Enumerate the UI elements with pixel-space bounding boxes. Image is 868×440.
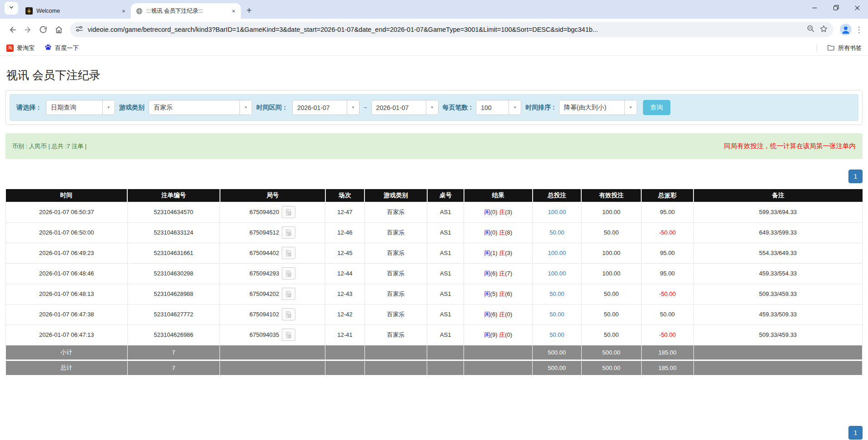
cell-note: 459.33/554.33 <box>693 263 862 284</box>
cell-valid-bet: 50.00 <box>581 284 641 304</box>
cell-note: 459.33/509.33 <box>693 304 862 325</box>
bookmark-baidu[interactable]: 百度一下 <box>45 44 79 52</box>
site-info-icon[interactable] <box>75 25 83 35</box>
per-page-select[interactable]: 100 ▼ <box>476 100 521 115</box>
empty-cell <box>220 345 325 360</box>
video-replay-icon[interactable] <box>282 329 295 341</box>
bet-amount-link[interactable]: 100.00 <box>548 270 566 277</box>
minimize-button[interactable] <box>804 0 825 15</box>
back-button[interactable] <box>5 22 20 37</box>
cell-result: 闲(9) 庄(0) <box>464 325 533 345</box>
total-bet: 500.00 <box>533 360 581 375</box>
tab-title: Welcome <box>36 8 116 14</box>
cell-total-bet: 50.00 <box>533 325 581 345</box>
date-start-select[interactable]: 2026-01-07 ▼ <box>292 100 359 115</box>
baidu-paw-icon <box>45 44 52 52</box>
date-end-select[interactable]: 2026-01-07 ▼ <box>371 100 439 115</box>
cell-table-no: AS1 <box>427 325 464 345</box>
url-text[interactable]: videoie.com/game/betrecord_search/kind3?… <box>88 26 802 33</box>
col-result: 结果 <box>464 189 533 202</box>
query-type-select[interactable]: 日期查询 ▼ <box>46 100 115 115</box>
video-replay-icon[interactable] <box>282 206 295 218</box>
bet-amount-link[interactable]: 50.00 <box>549 290 564 297</box>
total-row: 总计 7 500.00 500.00 185.00 <box>6 360 863 375</box>
reload-button[interactable] <box>35 22 51 37</box>
forward-button[interactable] <box>20 22 35 37</box>
tab-close-icon[interactable]: × <box>120 7 127 15</box>
table-row: 2026-01-07 06:50:37 523104634570 6750946… <box>6 202 863 222</box>
cell-table-no: AS1 <box>427 202 464 222</box>
cell-note: 509.33/459.33 <box>693 325 862 345</box>
video-replay-icon[interactable] <box>282 308 295 320</box>
cell-round-id: 675094202 <box>220 284 325 304</box>
bet-amount-link[interactable]: 50.00 <box>549 229 564 236</box>
caret-down-icon: ▼ <box>426 100 438 115</box>
page-1-button[interactable]: 1 <box>848 170 863 183</box>
search-button[interactable]: 查询 <box>643 100 670 115</box>
cell-total-bet: 50.00 <box>533 222 581 243</box>
cell-total-bet: 50.00 <box>533 284 581 304</box>
empty-cell <box>693 360 862 375</box>
tab-close-icon[interactable]: × <box>230 7 237 15</box>
cell-round-id: 675094512 <box>220 222 325 243</box>
all-bookmarks-label: 所有书签 <box>838 44 862 52</box>
empty-cell <box>427 360 464 375</box>
close-button[interactable] <box>847 0 868 15</box>
all-bookmarks-button[interactable]: 所有书签 <box>827 44 862 53</box>
bookmark-aitaobao[interactable]: 淘 爱淘宝 <box>6 44 35 52</box>
video-replay-icon[interactable] <box>282 226 295 239</box>
bet-amount-link[interactable]: 100.00 <box>548 250 566 256</box>
tab-search-button[interactable] <box>5 2 18 15</box>
home-button[interactable] <box>51 22 66 37</box>
bookmarks-bar: 淘 爱淘宝 百度一下 所有书签 <box>0 40 868 56</box>
table-row: 2026-01-07 06:48:13 523104628988 6750942… <box>6 284 863 304</box>
sort-label: 时间排序 : <box>525 104 555 112</box>
restore-button[interactable] <box>825 0 847 15</box>
game-kind-select[interactable]: 百家乐 ▼ <box>149 100 252 115</box>
cell-bet-id: 523104630298 <box>127 263 220 284</box>
subtotal-valid: 500.00 <box>581 345 641 360</box>
sort-select[interactable]: 降幂(由大到小) ▼ <box>559 100 637 115</box>
cell-bet-id: 523104626986 <box>127 325 220 345</box>
cell-game: 百家乐 <box>364 202 427 222</box>
cell-payout: -50.00 <box>641 222 693 243</box>
window-controls <box>804 0 868 15</box>
cell-result: 闲(6) 庄(7) <box>464 263 533 284</box>
profile-avatar[interactable] <box>840 24 852 35</box>
total-count: 7 <box>127 360 220 375</box>
bet-amount-link[interactable]: 50.00 <box>549 311 564 318</box>
game-kind-label: 游戏类别 <box>119 104 145 112</box>
cell-valid-bet: 50.00 <box>581 325 641 345</box>
video-replay-icon[interactable] <box>282 288 295 300</box>
cell-payout: -50.00 <box>641 284 693 304</box>
total-valid: 500.00 <box>581 360 641 375</box>
empty-cell <box>693 345 862 360</box>
table-row: 2026-01-07 06:47:38 523104627772 6750941… <box>6 304 863 325</box>
caret-down-icon: ▼ <box>239 100 252 115</box>
tab-betrecord[interactable]: :::视讯 会员下注纪录::: × <box>131 3 241 19</box>
tab-title: :::视讯 会员下注纪录::: <box>146 7 226 15</box>
notice-text: 同局有效投注，统一计算在该局第一张注单内 <box>724 142 856 150</box>
video-replay-icon[interactable] <box>282 247 295 259</box>
subtotal-bet: 500.00 <box>533 345 581 360</box>
empty-cell <box>364 360 427 375</box>
video-replay-icon[interactable] <box>282 267 295 280</box>
cell-payout: 95.00 <box>641 202 693 222</box>
tab-welcome[interactable]: Welcome × <box>21 3 131 19</box>
address-bar[interactable]: videoie.com/game/betrecord_search/kind3?… <box>70 22 833 37</box>
zoom-out-icon[interactable] <box>807 25 815 35</box>
bet-amount-link[interactable]: 50.00 <box>549 331 564 338</box>
cell-note: 599.33/694.33 <box>693 202 862 222</box>
bookmark-star-icon[interactable] <box>819 25 828 35</box>
caret-down-icon: ▼ <box>347 100 359 115</box>
cell-session: 12-44 <box>325 263 365 284</box>
cell-game: 百家乐 <box>364 284 427 304</box>
header-row: 时间 注单编号 局号 场次 游戏类别 桌号 结果 总投注 有效投注 总派彩 备注 <box>6 189 863 202</box>
page-1-button[interactable]: 1 <box>848 426 863 440</box>
cell-note: 554.33/649.33 <box>693 243 862 263</box>
new-tab-button[interactable]: + <box>243 4 255 17</box>
bet-amount-link[interactable]: 100.00 <box>548 209 566 215</box>
browser-menu-icon[interactable]: ⋮ <box>854 25 863 35</box>
empty-cell <box>220 360 325 375</box>
cell-table-no: AS1 <box>427 222 464 243</box>
